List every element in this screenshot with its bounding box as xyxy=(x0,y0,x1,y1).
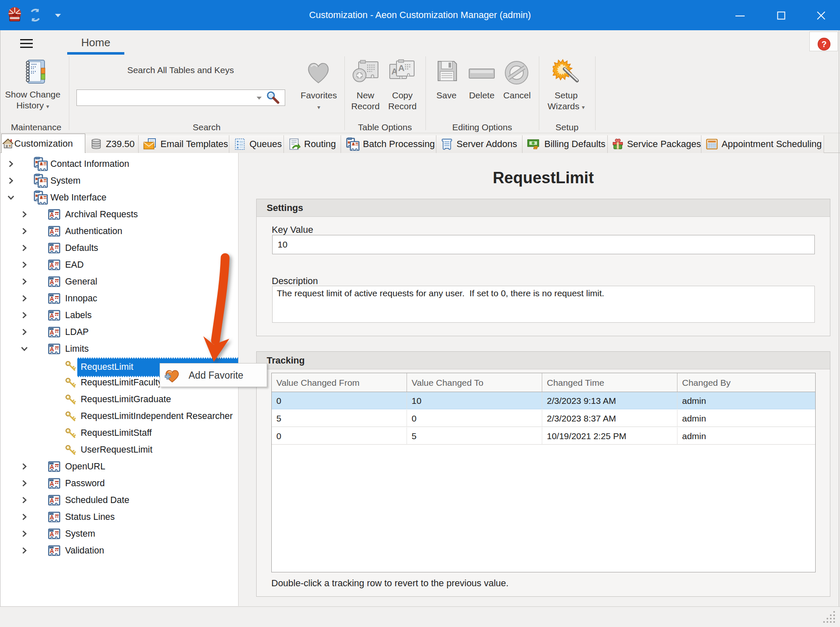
svg-text:?: ? xyxy=(822,40,827,49)
svg-text:A: A xyxy=(398,63,404,73)
